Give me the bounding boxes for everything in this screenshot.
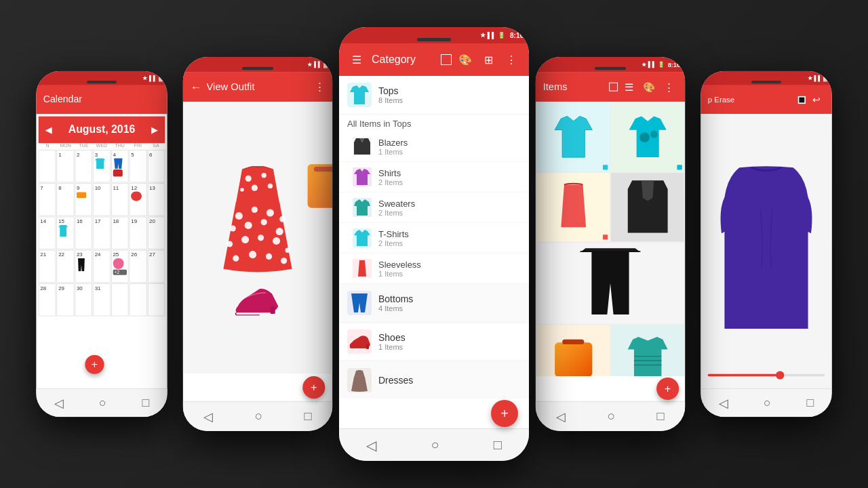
cal-cell-empty[interactable]	[39, 150, 56, 182]
grid-item-black-blazer[interactable]	[611, 173, 684, 241]
sweaters-item[interactable]: Sweaters 2 Items	[339, 192, 529, 223]
cal-cell-8[interactable]: 8	[56, 183, 74, 216]
nav-home-5[interactable]: ○	[764, 396, 771, 409]
cal-cell-19[interactable]: 19	[130, 217, 147, 249]
grid-item-black-pants[interactable]	[536, 243, 684, 324]
cal-cell-16[interactable]: 16	[75, 217, 92, 249]
cal-cell-31[interactable]: 31	[93, 283, 111, 316]
cal-cell-5[interactable]: 5	[130, 150, 147, 182]
outfit-fab[interactable]: +	[302, 376, 325, 399]
cal-cell-30[interactable]: 30	[75, 283, 92, 316]
svg-point-1	[262, 173, 267, 178]
grid-item-teal-tshirt[interactable]	[536, 103, 610, 171]
cal-cell-23[interactable]: 23	[75, 250, 92, 283]
cal-cell-20[interactable]: 20	[147, 217, 165, 249]
shirts-item[interactable]: Shirts 2 Items	[339, 162, 529, 192]
grid-item-teal-sweater[interactable]	[611, 325, 684, 376]
cal-cell-2[interactable]: 2	[75, 150, 92, 182]
nav-recent-4[interactable]: □	[656, 409, 664, 424]
grid-icon-3[interactable]: ⊞	[479, 50, 498, 69]
sleeveless-item[interactable]: Sleeveless 1 Items	[339, 253, 529, 284]
more-icon-3[interactable]: ⋮	[502, 50, 521, 69]
bt-icon-3: ★ ▌▌ 🔋	[480, 32, 505, 39]
checkbox-icon-5[interactable]	[798, 96, 806, 103]
editor-canvas[interactable]	[701, 114, 832, 388]
nav-back-3[interactable]: ◁	[366, 437, 376, 453]
nav-recent-3[interactable]: □	[494, 437, 502, 453]
cal-cell-22[interactable]: 22	[56, 250, 74, 283]
undo-icon-5[interactable]: ↩	[808, 92, 825, 108]
items-grid-screen: ★ ▌▌ 🔋 8:16 Items ☰ 🎨 ⋮	[536, 57, 686, 431]
svg-point-20	[266, 253, 272, 260]
tshirts-count: 2 Items	[378, 239, 409, 247]
cal-cell-11[interactable]: 11	[111, 183, 129, 216]
grid-item-orange-bag[interactable]	[536, 325, 610, 376]
cal-cell-12[interactable]: 12	[130, 183, 147, 216]
svg-point-17	[285, 248, 290, 253]
slider-thumb[interactable]	[776, 371, 784, 379]
color-swatch-teal2	[677, 165, 682, 169]
menu-icon-3[interactable]: ☰	[347, 50, 366, 69]
shoes-item[interactable]: Shoes 1 Items	[339, 323, 529, 361]
blazers-item[interactable]: Blazers 1 Items	[339, 131, 529, 162]
dresses-item[interactable]: Dresses	[339, 361, 529, 399]
nav-home-1[interactable]: ○	[99, 396, 106, 409]
cal-cell-10[interactable]: 10	[93, 183, 111, 216]
nav-back-5[interactable]: ◁	[719, 396, 728, 410]
share-icon-2[interactable]: ⋮	[314, 80, 326, 94]
cal-cell-24[interactable]: 24	[93, 250, 111, 283]
cal-cell-18[interactable]: 18	[111, 217, 129, 249]
nav-back-2[interactable]: ◁	[203, 409, 213, 424]
checkbox-icon-4[interactable]	[609, 83, 618, 92]
phone-speaker-1	[87, 81, 117, 83]
cal-cell-7[interactable]: 7	[39, 183, 56, 216]
cal-cell-28[interactable]: 28	[39, 283, 56, 316]
nav-home-3[interactable]: ○	[431, 437, 439, 453]
nav-bar-1: ◁ ○ □	[36, 388, 167, 417]
list-icon-4[interactable]: ☰	[620, 78, 638, 96]
cal-cell-25[interactable]: 25 +2	[111, 250, 129, 283]
category-fab[interactable]: +	[491, 400, 518, 427]
grid-item-print-tshirt[interactable]	[611, 103, 684, 171]
slider-track	[708, 374, 825, 377]
view-icon-3[interactable]	[441, 54, 452, 65]
cal-cell-1[interactable]: 1	[56, 150, 74, 182]
cal-cell-4[interactable]: 4	[111, 150, 129, 182]
items-fab[interactable]: +	[656, 378, 679, 400]
back-icon-2[interactable]: ←	[191, 81, 202, 94]
svg-point-12	[276, 228, 283, 235]
palette-icon-4[interactable]: 🎨	[640, 78, 658, 96]
nav-home-4[interactable]: ○	[608, 409, 615, 424]
more-icon-4[interactable]: ⋮	[660, 78, 678, 96]
cal-cell-27[interactable]: 27	[147, 250, 165, 283]
cal-cell-empty4	[147, 283, 165, 316]
nav-home-2[interactable]: ○	[255, 409, 262, 424]
nav-back-1[interactable]: ◁	[54, 396, 63, 410]
palette-icon-3[interactable]: 🎨	[456, 50, 475, 69]
prev-month-btn[interactable]: ◀	[45, 125, 52, 134]
bottoms-item[interactable]: Bottoms 4 Items	[339, 284, 529, 323]
next-month-btn[interactable]: ▶	[151, 125, 158, 134]
calendar-title: Calendar	[43, 94, 160, 105]
sweaters-name: Sweaters	[378, 199, 415, 209]
cal-cell-6[interactable]: 6	[147, 150, 165, 182]
nav-recent-2[interactable]: □	[304, 409, 311, 424]
cal-cell-9[interactable]: 9	[75, 183, 92, 216]
nav-recent-1[interactable]: □	[142, 396, 150, 409]
cal-cell-29[interactable]: 29	[56, 283, 74, 316]
cal-cell-15[interactable]: 15	[56, 217, 74, 249]
nav-recent-5[interactable]: □	[807, 396, 814, 409]
phone-speaker-4	[595, 67, 626, 70]
cal-cell-21[interactable]: 21	[39, 250, 56, 283]
cal-cell-17[interactable]: 17	[93, 217, 111, 249]
cal-cell-13[interactable]: 13	[147, 183, 165, 216]
grid-item-red-tank[interactable]	[536, 173, 610, 241]
nav-back-4[interactable]: ◁	[556, 409, 566, 424]
tops-item[interactable]: Tops 8 Items	[339, 76, 529, 115]
cal-cell-14[interactable]: 14	[39, 217, 56, 249]
cal-cell-26[interactable]: 26	[130, 250, 147, 283]
tshirts-item[interactable]: T-Shirts 2 Items	[339, 223, 529, 253]
cal-cell-3[interactable]: 3	[93, 150, 111, 182]
outfit-count-25: +2	[113, 270, 127, 275]
calendar-fab[interactable]: +	[85, 355, 104, 374]
